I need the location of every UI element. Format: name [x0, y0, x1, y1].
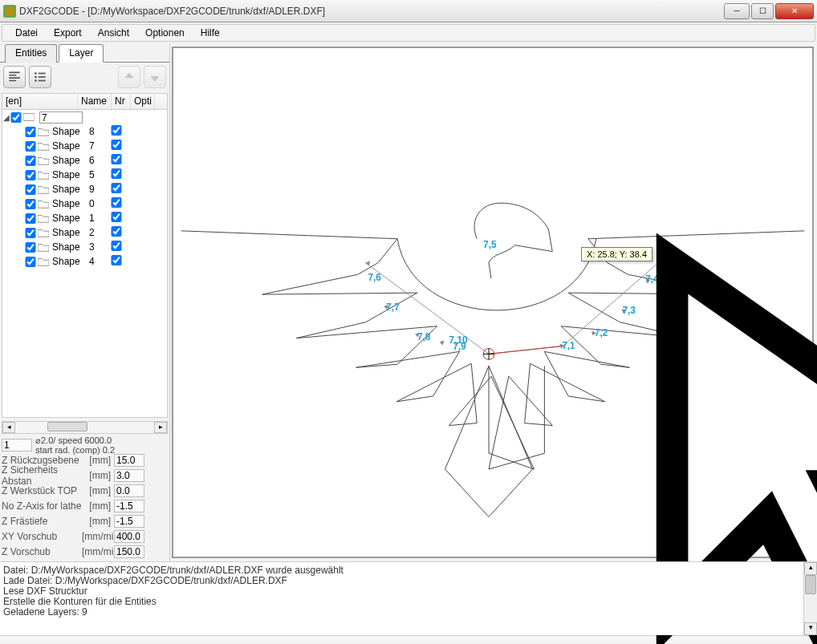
- z-safety-input[interactable]: [114, 469, 144, 482]
- z-feed-input[interactable]: [114, 545, 144, 558]
- shape-name: Shape: [51, 227, 87, 238]
- svg-text:7,7: 7,7: [386, 302, 400, 313]
- tree-shape-row[interactable]: Shape6: [2, 153, 167, 168]
- tree-shape-row[interactable]: Shape7: [2, 139, 167, 153]
- tab-layer[interactable]: Layer: [59, 44, 104, 63]
- tree-header-nr[interactable]: Nr: [112, 94, 131, 109]
- layer-icon: [22, 112, 36, 122]
- shape-opt-checkbox[interactable]: [111, 154, 122, 164]
- svg-text:7,8: 7,8: [417, 331, 431, 342]
- panel-toolbar: [0, 63, 169, 91]
- shape-enable-checkbox[interactable]: [25, 184, 36, 195]
- z-retract-input[interactable]: [114, 454, 144, 467]
- shape-enable-checkbox[interactable]: [25, 170, 36, 180]
- shape-nr: 5: [87, 169, 108, 180]
- scroll-left-icon[interactable]: ◂: [2, 422, 15, 433]
- panel-tabs: Entities Layer: [0, 43, 169, 63]
- shape-opt-checkbox[interactable]: [111, 197, 122, 208]
- log-text: Datei: D:/MyWorkspace/DXF2GCODE/trunk/dx…: [0, 562, 817, 621]
- shape-name: Shape: [51, 155, 87, 166]
- pass-selector[interactable]: [2, 439, 32, 452]
- menu-hilfe[interactable]: Hilfe: [193, 26, 228, 40]
- tree-root-row[interactable]: ◢ 7: [2, 110, 167, 124]
- shape-enable-checkbox[interactable]: [25, 213, 36, 224]
- z-depth-input[interactable]: [114, 515, 144, 528]
- shape-tree[interactable]: [en] Name Nr Opti ◢ 7 Shape8Shape7Shape6…: [2, 93, 168, 418]
- shape-enable-checkbox[interactable]: [25, 228, 36, 238]
- scroll-right-icon[interactable]: ▸: [154, 422, 167, 433]
- tree-root-value[interactable]: 7: [39, 111, 83, 124]
- drawing-canvas[interactable]: 7,5 7,6 7,7 7,8 7,10 7,9 7,1 7,2 7,3 7,4…: [172, 47, 814, 558]
- shape-opt-checkbox[interactable]: [111, 168, 122, 179]
- tree-header-opt[interactable]: Opti: [131, 94, 155, 109]
- minimize-button[interactable]: ─: [724, 3, 750, 19]
- svg-point-1: [35, 76, 37, 79]
- tab-entities[interactable]: Entities: [5, 44, 57, 63]
- folder-icon: [36, 228, 51, 237]
- shape-opt-checkbox[interactable]: [111, 125, 122, 136]
- move-up-icon[interactable]: [118, 66, 140, 88]
- shape-enable-checkbox[interactable]: [25, 141, 36, 152]
- folder-icon: [36, 141, 51, 151]
- move-down-icon[interactable]: [144, 66, 166, 88]
- shape-name: Shape: [51, 184, 87, 195]
- shape-enable-checkbox[interactable]: [25, 242, 36, 253]
- param-label: Z Werkstück TOP: [2, 485, 82, 496]
- origin-marker: [483, 348, 494, 359]
- shape-enable-checkbox[interactable]: [25, 257, 36, 267]
- log-vertical-scrollbar[interactable]: ▴ ▾: [803, 562, 817, 635]
- expand-icon[interactable]: ◢: [2, 113, 10, 122]
- tree-shape-row[interactable]: Shape2: [2, 225, 167, 240]
- tree-shape-row[interactable]: Shape5: [2, 168, 167, 182]
- shape-nr: 6: [87, 155, 108, 166]
- shape-name: Shape: [51, 140, 87, 152]
- z-top-input[interactable]: [114, 484, 144, 497]
- shape-name: Shape: [51, 198, 87, 209]
- tree-shape-row[interactable]: Shape1: [2, 211, 167, 225]
- tree-shape-row[interactable]: Shape3: [2, 240, 167, 254]
- align-left-icon[interactable]: [3, 66, 26, 88]
- pass-info-2: start rad. (comp) 0.2: [35, 445, 168, 455]
- shape-opt-checkbox[interactable]: [111, 241, 122, 251]
- tree-header-name[interactable]: Name: [78, 94, 112, 109]
- shape-enable-checkbox[interactable]: [25, 199, 36, 209]
- svg-text:7,9: 7,9: [453, 341, 466, 352]
- tree-shape-row[interactable]: Shape0: [2, 196, 167, 211]
- shape-enable-checkbox[interactable]: [25, 156, 36, 166]
- menu-ansicht[interactable]: Ansicht: [90, 26, 137, 40]
- bullet-list-icon[interactable]: [29, 66, 51, 88]
- close-button[interactable]: ✕: [775, 3, 814, 19]
- shape-nr: 3: [87, 241, 108, 253]
- svg-text:7,1: 7,1: [562, 340, 575, 351]
- shape-opt-checkbox[interactable]: [111, 212, 122, 222]
- maximize-button[interactable]: ☐: [751, 3, 774, 19]
- scroll-thumb[interactable]: [805, 575, 816, 594]
- shape-enable-checkbox[interactable]: [25, 127, 36, 137]
- svg-text:7,5: 7,5: [483, 239, 497, 250]
- shape-opt-checkbox[interactable]: [111, 140, 122, 150]
- scroll-down-icon[interactable]: ▾: [804, 622, 817, 635]
- no-lathe-input[interactable]: [114, 500, 144, 512]
- tree-root-checkbox[interactable]: [10, 112, 22, 123]
- tree-shape-row[interactable]: Shape9: [2, 182, 167, 196]
- xy-feed-input[interactable]: [114, 530, 144, 543]
- shape-name: Shape: [51, 241, 87, 253]
- scroll-up-icon[interactable]: ▴: [804, 562, 817, 575]
- tree-shape-row[interactable]: Shape8: [2, 124, 167, 139]
- menu-optionen[interactable]: Optionen: [137, 26, 193, 40]
- param-label: Z Frästiefe: [2, 516, 82, 527]
- tree-shape-row[interactable]: Shape4: [2, 254, 167, 269]
- scroll-thumb[interactable]: [47, 422, 87, 431]
- shape-opt-checkbox[interactable]: [111, 183, 122, 193]
- shape-name: Shape: [51, 213, 87, 224]
- tree-header-en[interactable]: [en]: [2, 94, 78, 109]
- menu-bar: Datei Export Ansicht Optionen Hilfe: [2, 24, 815, 42]
- svg-point-2: [35, 79, 37, 82]
- menu-datei[interactable]: Datei: [7, 26, 46, 40]
- shape-name: Shape: [51, 256, 87, 267]
- menu-export[interactable]: Export: [46, 26, 90, 40]
- shape-opt-checkbox[interactable]: [111, 226, 122, 237]
- app-icon: [3, 5, 16, 18]
- shape-opt-checkbox[interactable]: [111, 255, 122, 265]
- tree-horizontal-scrollbar[interactable]: ◂ ▸: [2, 421, 168, 434]
